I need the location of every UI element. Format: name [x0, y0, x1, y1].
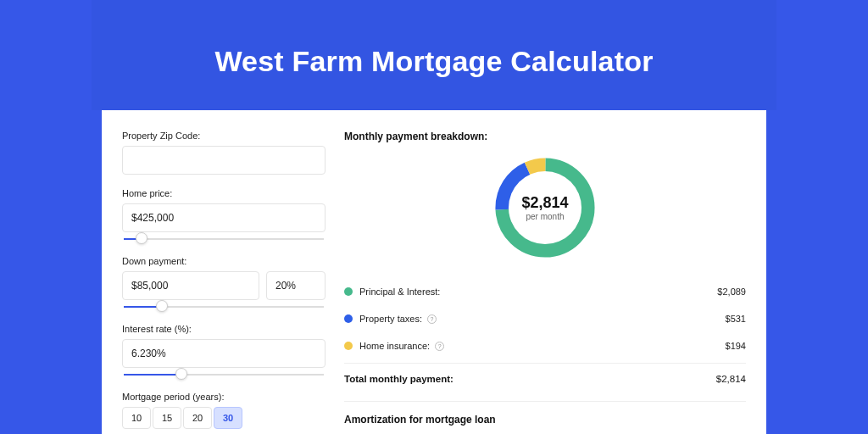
interest-rate-slider[interactable]	[124, 371, 324, 378]
donut-sub: per month	[526, 212, 564, 221]
legend-dot-icon	[344, 287, 353, 296]
info-icon[interactable]: ?	[435, 342, 444, 351]
period-options: 10152030	[122, 407, 326, 429]
breakdown-label: Principal & Interest:	[359, 287, 717, 297]
total-row: Total monthly payment: $2,814	[344, 363, 746, 396]
zip-input[interactable]	[122, 146, 326, 175]
down-payment-slider[interactable]	[124, 303, 324, 310]
legend-dot-icon	[344, 314, 353, 323]
home-price-label: Home price:	[122, 188, 326, 198]
donut-chart-wrap: $2,814 per month	[344, 153, 746, 263]
breakdown-value: $531	[726, 314, 746, 324]
breakdown-value: $2,089	[717, 287, 746, 297]
period-option-30[interactable]: 30	[214, 407, 242, 429]
amortization-title: Amortization for mortgage loan	[344, 414, 746, 426]
breakdown-row: Property taxes:?$531	[344, 305, 746, 332]
slider-thumb[interactable]	[136, 232, 147, 244]
breakdown-value: $194	[726, 341, 746, 351]
period-option-10[interactable]: 10	[122, 407, 151, 429]
period-group: Mortgage period (years): 10152030	[122, 392, 326, 429]
slider-thumb[interactable]	[156, 300, 168, 312]
down-payment-label: Down payment:	[122, 256, 326, 266]
total-label: Total monthly payment:	[344, 374, 716, 384]
info-icon[interactable]: ?	[427, 314, 437, 324]
breakdown-label: Property taxes:?	[359, 314, 726, 324]
interest-rate-label: Interest rate (%):	[122, 324, 326, 334]
period-option-15[interactable]: 15	[153, 407, 181, 429]
breakdown-row: Home insurance:?$194	[344, 332, 746, 359]
home-price-input[interactable]	[122, 203, 326, 232]
breakdown-rows: Principal & Interest:$2,089Property taxe…	[344, 278, 746, 359]
amortization-section: Amortization for mortgage loan Amortizat…	[344, 401, 746, 434]
zip-label: Property Zip Code:	[122, 131, 326, 141]
breakdown-column: Monthly payment breakdown: $2,814 per mo…	[344, 131, 746, 434]
down-payment-input[interactable]	[122, 271, 259, 300]
breakdown-row: Principal & Interest:$2,089	[344, 278, 746, 305]
home-price-slider[interactable]	[124, 236, 324, 242]
total-value: $2,814	[716, 374, 746, 384]
down-payment-pct-input[interactable]	[266, 271, 326, 300]
interest-rate-group: Interest rate (%):	[122, 324, 326, 378]
page-banner: West Farm Mortgage Calculator	[92, 0, 776, 110]
legend-dot-icon	[344, 342, 353, 350]
down-payment-group: Down payment:	[122, 256, 326, 310]
breakdown-title: Monthly payment breakdown:	[344, 131, 746, 142]
breakdown-label: Home insurance:?	[359, 341, 726, 351]
interest-rate-input[interactable]	[122, 339, 326, 368]
home-price-group: Home price:	[122, 188, 326, 242]
slider-thumb[interactable]	[175, 368, 187, 380]
zip-group: Property Zip Code:	[122, 131, 326, 175]
form-column: Property Zip Code: Home price: Down paym…	[122, 131, 326, 434]
period-option-20[interactable]: 20	[183, 407, 212, 429]
donut-amount: $2,814	[521, 194, 568, 212]
period-label: Mortgage period (years):	[122, 392, 326, 402]
page-title: West Farm Mortgage Calculator	[214, 45, 653, 78]
donut-chart: $2,814 per month	[490, 153, 600, 263]
donut-center: $2,814 per month	[509, 171, 581, 244]
calculator-panel: Property Zip Code: Home price: Down paym…	[102, 110, 766, 434]
